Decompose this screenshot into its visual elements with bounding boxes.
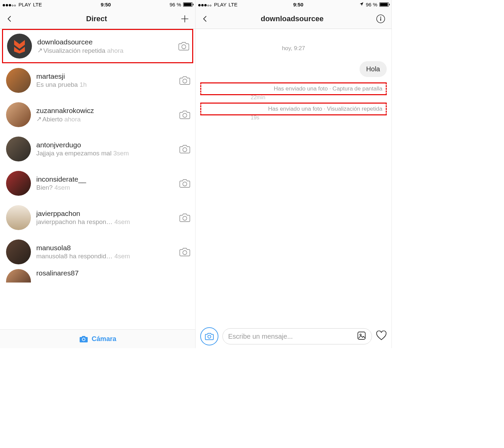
avatar [6, 68, 31, 93]
chat-title: downloadsourcee [261, 14, 324, 23]
camera-icon [179, 144, 191, 154]
back-button[interactable] [202, 15, 208, 22]
camera-icon [205, 332, 214, 340]
battery-icon [379, 2, 389, 7]
gallery-icon [357, 331, 366, 340]
back-button[interactable] [6, 15, 13, 22]
conversation-preview: javierppachon ha respon… 4sem [36, 218, 178, 226]
conversation-row[interactable]: antonjverdugoJajjaja ya empezamos mal 3s… [0, 132, 195, 166]
conversation-list: downloadsourcee↗ Visualización repetida … [0, 29, 195, 329]
avatar [6, 102, 31, 127]
chevron-left-icon [202, 15, 208, 22]
chat-thread-screen: PLAY LTE 9:50 96 % downloadsourcee hoy, … [196, 0, 392, 348]
blank-area [392, 0, 504, 448]
outgoing-message[interactable]: Hola [360, 61, 387, 77]
conversation-preview: Jajjaja ya empezamos mal 3sem [36, 150, 178, 157]
camera-icon [179, 178, 191, 188]
conversation-row[interactable]: rosalinares87 [0, 269, 195, 283]
row-camera-button[interactable] [178, 75, 191, 85]
nav-bar: Direct [0, 9, 195, 29]
svg-point-8 [83, 338, 85, 340]
svg-rect-11 [380, 18, 381, 21]
svg-point-3 [183, 148, 187, 152]
message-input[interactable]: Escribe un mensaje... [222, 328, 372, 344]
like-button[interactable] [376, 331, 387, 342]
svg-point-1 [183, 79, 187, 83]
new-message-button[interactable] [180, 14, 189, 23]
conversation-username: martaesji [36, 72, 178, 80]
message-composer: Escribe un mensaje... [196, 325, 391, 348]
plus-icon [180, 14, 189, 23]
row-camera-button[interactable] [178, 110, 191, 120]
conversation-preview: Bien? 4sem [36, 184, 178, 191]
message-placeholder: Escribe un mensaje... [228, 333, 353, 340]
battery-icon [183, 2, 193, 7]
network-label: LTE [228, 2, 237, 7]
camera-bar[interactable]: Cámara [0, 329, 195, 348]
conversation-row[interactable]: martaesjiEs una prueba 1h [0, 63, 195, 98]
row-camera-button[interactable] [178, 247, 191, 257]
battery-pct-label: 96 % [366, 2, 377, 7]
status-bar: PLAY LTE 9:50 96 % [0, 0, 195, 9]
conversation-username: manusola8 [36, 244, 178, 252]
svg-point-4 [183, 182, 187, 186]
svg-point-12 [208, 335, 211, 338]
info-icon [376, 14, 385, 24]
row-camera-button[interactable] [178, 144, 191, 154]
conversation-preview: ↗ Abierto ahora [36, 115, 178, 123]
info-button[interactable] [376, 14, 385, 24]
conversation-preview: manusola8 ha respondid… 4sem [36, 253, 178, 260]
chat-messages: hoy, 9:27 Hola Has enviado una foto · Ca… [196, 29, 391, 325]
conversation-username: downloadsourcee [37, 38, 177, 46]
camera-icon [179, 75, 191, 85]
conversation-username: inconsiderate__ [36, 175, 178, 183]
nav-bar: downloadsourcee [196, 9, 391, 29]
svg-point-6 [183, 251, 187, 255]
location-icon [359, 2, 364, 7]
conversation-username: rosalinares87 [36, 269, 191, 277]
conversation-row[interactable]: javierppachonjavierppachon ha respon… 4s… [0, 200, 195, 235]
avatar [6, 171, 31, 196]
direct-inbox-screen: PLAY LTE 9:50 96 % Direct downloadsource… [0, 0, 196, 348]
clock-label: 9:50 [101, 2, 111, 7]
avatar [6, 137, 31, 161]
camera-icon [79, 335, 88, 343]
clock-label: 9:50 [293, 2, 303, 7]
conversation-row[interactable]: zuzannakrokowicz↗ Abierto ahora [0, 98, 195, 132]
page-title: Direct [86, 14, 107, 23]
avatar [7, 34, 32, 59]
system-message-replayed: Has enviado una foto · Visualización rep… [200, 103, 387, 115]
row-camera-button[interactable] [178, 178, 191, 188]
svg-point-5 [183, 216, 187, 220]
camera-icon [179, 247, 191, 257]
heart-icon [376, 331, 387, 341]
gallery-button[interactable] [357, 331, 366, 342]
date-separator: hoy, 9:27 [200, 45, 387, 52]
conversation-row[interactable]: inconsiderate__Bien? 4sem [0, 166, 195, 200]
chevron-left-icon [6, 15, 13, 22]
camera-icon [179, 213, 191, 223]
conversation-row[interactable]: downloadsourcee↗ Visualización repetida … [2, 29, 193, 63]
conversation-row[interactable]: manusola8manusola8 ha respondid… 4sem [0, 235, 195, 269]
conversation-preview: ↗ Visualización repetida ahora [37, 47, 177, 54]
conversation-preview: Es una prueba 1h [36, 81, 178, 88]
battery-pct-label: 96 % [170, 2, 181, 7]
system-message-screenshot: Has enviado una foto · Captura de pantal… [200, 82, 387, 95]
network-label: LTE [33, 2, 42, 7]
row-camera-button[interactable] [178, 213, 191, 223]
conversation-username: antonjverdugo [36, 141, 178, 149]
camera-icon [179, 110, 191, 120]
svg-point-2 [183, 113, 187, 117]
camera-button[interactable] [200, 327, 218, 345]
avatar [6, 269, 31, 283]
svg-point-0 [182, 45, 186, 49]
signal-dots-icon [3, 2, 16, 7]
conversation-username: zuzannakrokowicz [36, 107, 178, 115]
camera-icon [178, 41, 190, 51]
svg-point-10 [380, 16, 381, 17]
carrier-label: PLAY [18, 2, 31, 7]
row-camera-button[interactable] [177, 41, 190, 51]
avatar [6, 205, 31, 230]
signal-dots-icon [198, 2, 212, 7]
camera-label: Cámara [92, 335, 116, 343]
